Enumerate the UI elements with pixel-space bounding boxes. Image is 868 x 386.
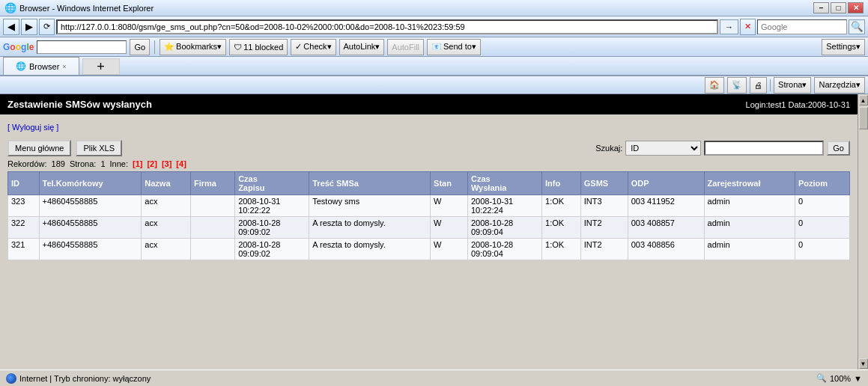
close-button[interactable]: ✕ bbox=[848, 2, 864, 13]
minimize-button[interactable]: – bbox=[813, 2, 829, 13]
narzedzia-button[interactable]: Narzędzia▾ bbox=[814, 77, 865, 94]
scroll-up-button[interactable]: ▲ bbox=[859, 95, 868, 105]
sendto-button[interactable]: 📧 Send to▾ bbox=[427, 39, 481, 55]
table-cell: +48604558885 bbox=[39, 217, 142, 239]
table-cell: 003 408856 bbox=[628, 239, 704, 260]
settings-button[interactable]: Settings▾ bbox=[822, 39, 865, 55]
table-cell: INT3 bbox=[580, 195, 628, 217]
action-bar: Menu główne Plik XLS Szukaj: ID Tel.Komó… bbox=[7, 140, 850, 156]
home-button[interactable]: 🏠 bbox=[705, 77, 724, 94]
bookmarks-button[interactable]: ⭐ Bookmarks▾ bbox=[160, 39, 226, 55]
maximize-button[interactable]: □ bbox=[831, 2, 846, 13]
search-go-button[interactable]: 🔍 bbox=[849, 19, 865, 34]
title-bar: 🌐 Browser - Windows Internet Explorer – … bbox=[0, 0, 868, 16]
logout-link[interactable]: [ Wyloguj się ] bbox=[7, 120, 850, 135]
page-link-3[interactable]: [3] bbox=[162, 159, 172, 168]
print-button[interactable]: 🖨 bbox=[750, 77, 767, 94]
col-zarejestrował: Zarejestrował bbox=[704, 172, 795, 195]
table-cell: 1:OK bbox=[542, 239, 581, 260]
logout-section: [ Wyloguj się ] bbox=[7, 117, 850, 137]
login-info: Login:test1 Data:2008-10-31 bbox=[746, 100, 850, 109]
records-label: Rekordów: bbox=[7, 159, 47, 168]
blocked-button[interactable]: 🛡 11 blocked bbox=[229, 39, 288, 55]
table-cell: admin bbox=[704, 239, 795, 260]
menu-glowne-button[interactable]: Menu główne bbox=[7, 140, 71, 156]
strona-button[interactable]: Strona▾ bbox=[774, 77, 811, 94]
forward-button[interactable]: ▶ bbox=[21, 19, 37, 35]
page-link-1[interactable]: [1] bbox=[133, 159, 142, 168]
google-go-button[interactable]: Go bbox=[130, 39, 150, 55]
table-cell: +48604558885 bbox=[39, 195, 142, 217]
tab-close-button[interactable]: × bbox=[62, 63, 66, 70]
table-cell: 0 bbox=[795, 239, 849, 260]
check-button[interactable]: ✓ Check▾ bbox=[291, 39, 336, 55]
col-nazwa: Nazwa bbox=[142, 172, 191, 195]
zoom-dropdown-icon[interactable]: ▼ bbox=[854, 374, 862, 383]
scroll-down-button[interactable]: ▼ bbox=[859, 358, 868, 369]
status-text: Internet | Tryb chroniony: wyłączony bbox=[19, 374, 151, 383]
table-cell: 2008-10-3110:22:22 bbox=[235, 195, 309, 217]
separator2 bbox=[770, 79, 771, 91]
table-cell: 2008-10-2809:09:04 bbox=[467, 239, 541, 260]
data-table: ID Tel.Komórkowy Nazwa Firma CzasZapisu … bbox=[7, 171, 850, 260]
search-go-button[interactable]: Go bbox=[827, 141, 850, 156]
refresh-icon: ⟳ bbox=[43, 22, 50, 31]
table-cell: INT2 bbox=[580, 217, 628, 239]
back-button[interactable]: ◀ bbox=[3, 19, 19, 35]
table-row: 323+48604558885acx2008-10-3110:22:22Test… bbox=[8, 195, 850, 217]
col-stan: Stan bbox=[431, 172, 468, 195]
autolink-button[interactable]: AutoLink▾ bbox=[339, 39, 385, 55]
col-tel: Tel.Komórkowy bbox=[39, 172, 142, 195]
stop-button[interactable]: ✕ bbox=[740, 19, 756, 35]
table-cell: admin bbox=[704, 195, 795, 217]
page-link-4[interactable]: [4] bbox=[176, 159, 186, 168]
strona-label: Strona: bbox=[70, 159, 96, 168]
inne-label: Inne: bbox=[110, 159, 128, 168]
scroll-thumb[interactable] bbox=[859, 107, 868, 129]
address-bar[interactable] bbox=[56, 19, 718, 34]
table-cell bbox=[190, 217, 234, 239]
rss-button[interactable]: 📡 bbox=[727, 77, 747, 94]
col-czas-wyslania: CzasWysłania bbox=[467, 172, 541, 195]
autofill-button[interactable]: AutoFill bbox=[387, 39, 424, 55]
search-icon: 🔍 bbox=[851, 21, 864, 32]
table-cell: W bbox=[431, 217, 468, 239]
nav-go-button[interactable]: → bbox=[720, 19, 738, 34]
col-odp: ODP bbox=[628, 172, 704, 195]
window-controls: – □ ✕ bbox=[813, 2, 864, 13]
table-cell: 2008-10-2809:09:02 bbox=[235, 239, 309, 260]
col-id: ID bbox=[8, 172, 40, 195]
table-cell: 323 bbox=[8, 195, 40, 217]
table-cell: acx bbox=[142, 195, 191, 217]
main-content: Zestawienie SMSów wysłanych Login:test1 … bbox=[0, 94, 858, 370]
search-field[interactable] bbox=[704, 141, 824, 156]
scrollbar[interactable]: ▲ ▼ bbox=[858, 94, 868, 370]
table-cell: W bbox=[431, 195, 468, 217]
search-label: Szukaj: bbox=[595, 144, 622, 153]
search-input[interactable] bbox=[757, 19, 847, 34]
col-firma: Firma bbox=[190, 172, 234, 195]
back-icon: ◀ bbox=[7, 21, 15, 32]
plik-xls-button[interactable]: Plik XLS bbox=[76, 140, 122, 156]
table-cell: acx bbox=[142, 217, 191, 239]
table-cell: 322 bbox=[8, 217, 40, 239]
table-cell: 1:OK bbox=[542, 217, 581, 239]
title-bar-text: Browser - Windows Internet Explorer bbox=[19, 4, 813, 13]
nav-bar: ◀ ▶ ⟳ → ✕ 🔍 bbox=[0, 16, 868, 37]
table-cell: INT2 bbox=[580, 239, 628, 260]
refresh-button[interactable]: ⟳ bbox=[39, 19, 55, 35]
table-cell: 0 bbox=[795, 217, 849, 239]
google-search-input[interactable] bbox=[37, 40, 127, 54]
page-link-2[interactable]: [2] bbox=[147, 159, 157, 168]
records-bar: Rekordów: 189 Strona: 1 Inne: [1][2][3][… bbox=[7, 159, 850, 168]
browser-icon: 🌐 bbox=[4, 2, 16, 13]
table-cell: 003 408857 bbox=[628, 217, 704, 239]
search-section: Szukaj: ID Tel.Komórkowy Nazwa Go bbox=[595, 141, 850, 156]
stop-icon: ✕ bbox=[744, 22, 751, 31]
zoom-level: 100% bbox=[830, 374, 851, 383]
search-select[interactable]: ID Tel.Komórkowy Nazwa bbox=[625, 141, 701, 156]
tab-browser[interactable]: 🌐 Browser × bbox=[3, 57, 79, 75]
status-right: 🔍 100% ▼ bbox=[816, 373, 862, 383]
new-tab-button[interactable]: + bbox=[82, 58, 120, 75]
table-row: 322+48604558885acx2008-10-2809:09:02A re… bbox=[8, 217, 850, 239]
